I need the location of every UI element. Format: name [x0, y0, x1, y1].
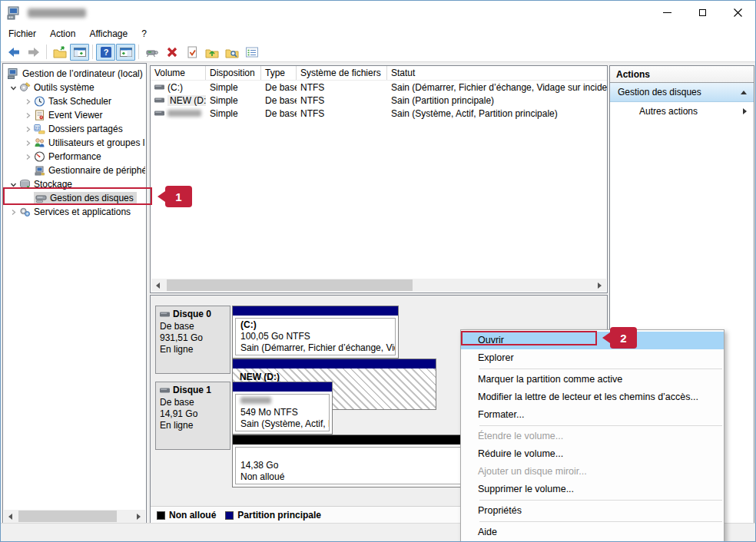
tree-item-outils-systeme[interactable]: Outils système	[4, 81, 145, 94]
tree-item-label: Gestion de l’ordinateur (local)	[22, 68, 143, 79]
up-folder-button[interactable]	[202, 44, 221, 61]
partition-status: Sain (Système, Actif, P	[240, 418, 324, 430]
tree-item-computer-management[interactable]: Gestion de l’ordinateur (local)	[4, 67, 145, 81]
volume-list-horizontal-scrollbar[interactable]	[151, 279, 606, 292]
tree-item-task-scheduler[interactable]: Task Scheduler	[4, 94, 145, 108]
collapse-icon[interactable]	[741, 91, 747, 94]
find-button[interactable]	[222, 44, 241, 61]
chevron-collapsed-icon[interactable]	[8, 207, 19, 217]
submenu-arrow-icon	[743, 108, 747, 114]
back-button[interactable]	[4, 44, 23, 61]
partition-color-strip	[233, 382, 332, 392]
column-header-volume[interactable]: Volume	[151, 66, 206, 80]
context-menu-supprimer-volume[interactable]: Supprimer le volume...	[461, 481, 724, 498]
volume-row-redacted[interactable]: Simple De base NTFS Sain (Système, Actif…	[151, 107, 607, 120]
chevron-collapsed-icon[interactable]	[22, 96, 34, 107]
partition-c[interactable]: (C:) 100,05 Go NTFS Sain (Démarrer, Fich…	[232, 306, 399, 359]
check-document-button[interactable]	[182, 44, 201, 61]
partition-color-strip	[233, 359, 436, 368]
window-title-redacted	[28, 8, 86, 18]
scrollbar-thumb[interactable]	[167, 279, 413, 291]
system-tools-icon	[19, 82, 31, 93]
column-header-type[interactable]: Type	[261, 66, 297, 80]
toolbar-separator	[138, 45, 139, 59]
export-list-button[interactable]	[50, 44, 69, 61]
titlebar	[1, 1, 755, 25]
forward-button[interactable]	[24, 44, 43, 61]
actions-group-gestion-des-disques[interactable]: Gestion des disques	[610, 83, 754, 102]
disk-name: Disque 1	[173, 385, 211, 395]
context-menu-marquer-active[interactable]: Marquer la partition comme active	[461, 371, 724, 388]
context-menu-reduire-volume[interactable]: Réduire le volume...	[461, 445, 724, 463]
context-menu-explorer[interactable]: Explorer	[461, 349, 724, 367]
volume-list-panel: Volume Disposition Type Système de fichi…	[150, 65, 608, 293]
computer-icon	[8, 68, 19, 79]
remote-console-button[interactable]	[142, 44, 161, 61]
menu-separator	[479, 521, 722, 522]
show-action-pane-button[interactable]	[116, 44, 135, 61]
check-document-icon	[185, 45, 199, 59]
menu-affichage[interactable]: Affichage	[82, 26, 134, 41]
chevron-collapsed-icon[interactable]	[22, 137, 34, 148]
menu-fichier[interactable]: Fichier	[2, 26, 43, 41]
volume-fs: NTFS	[297, 107, 387, 120]
close-icon	[734, 8, 742, 17]
chevron-collapsed-icon[interactable]	[22, 124, 34, 134]
legend-primary-partition: Partition principale	[225, 510, 321, 521]
legend-swatch-primary	[225, 511, 234, 520]
volume-name: (C:)	[167, 82, 183, 93]
tree-item-dossiers-partages[interactable]: 22 Dossiers partagés	[4, 122, 145, 136]
delete-button[interactable]	[162, 44, 181, 61]
actions-item-autres-actions[interactable]: Autres actions	[610, 102, 754, 121]
toolbar-separator	[92, 45, 93, 59]
show-console-tree-button[interactable]	[70, 44, 89, 61]
scroll-right-icon[interactable]	[593, 279, 606, 292]
disk-name: Disque 0	[173, 309, 211, 319]
volume-row-new-d[interactable]: NEW (D:) Simple De base NTFS Sain (Parti…	[151, 94, 607, 107]
chevron-collapsed-icon[interactable]	[22, 151, 34, 162]
disk-1-info-card[interactable]: Disque 1 De base 14,91 Go En ligne	[155, 382, 230, 450]
column-header-disposition[interactable]: Disposition	[206, 66, 261, 80]
annotation-badge-2: 2	[602, 327, 637, 349]
context-menu-aide[interactable]: Aide	[461, 524, 724, 541]
context-menu-etendre-volume: Étendre le volume...	[461, 428, 724, 445]
tree-item-gestionnaire-peripheriques[interactable]: Gestionnaire de périphé	[4, 164, 145, 177]
close-button[interactable]	[720, 1, 755, 25]
minimize-button[interactable]	[649, 1, 685, 25]
chevron-collapsed-icon[interactable]	[22, 110, 34, 121]
annotation-box-step1	[3, 187, 152, 205]
toolbar: ?	[1, 42, 755, 62]
partition-system-redacted[interactable]: 549 Mo NTFS Sain (Système, Actif, P	[232, 382, 333, 435]
scrollbar-thumb[interactable]	[18, 511, 117, 522]
column-header-fs[interactable]: Système de fichiers	[297, 66, 387, 80]
volume-row-c[interactable]: (C:) Simple De base NTFS Sain (Démarrer,…	[151, 81, 607, 94]
properties-list-button[interactable]	[242, 44, 261, 61]
column-header-statut[interactable]: Statut	[387, 66, 607, 80]
partition-size: 100,05 Go NTFS	[240, 331, 390, 342]
tree-item-utilisateurs-groupes[interactable]: Utilisateurs et groupes l	[4, 136, 145, 150]
tree-item-services-applications[interactable]: Services et applications	[4, 205, 145, 219]
disk-0-info-card[interactable]: Disque 0 De base 931,51 Go En ligne	[155, 306, 230, 374]
console-tree: Gestion de l’ordinateur (local) Outils s…	[4, 64, 145, 510]
help-button[interactable]: ?	[96, 44, 115, 61]
chevron-expanded-icon[interactable]	[8, 82, 19, 93]
volume-statut: Sain (Partition principale)	[387, 94, 607, 107]
scroll-left-icon[interactable]	[151, 279, 164, 292]
tree-item-performance[interactable]: Performance	[4, 150, 145, 164]
performance-icon	[34, 151, 45, 162]
annotation-box-step2	[461, 331, 597, 345]
maximize-button[interactable]	[685, 1, 720, 25]
context-menu-proprietes[interactable]: Propriétés	[461, 502, 724, 520]
scroll-right-icon[interactable]	[132, 510, 145, 523]
partition-context-menu: Ouvrir Explorer Marquer la partition com…	[460, 329, 724, 542]
volume-type: De base	[261, 107, 297, 120]
context-menu-formater[interactable]: Formater...	[461, 406, 724, 424]
menu-action[interactable]: Action	[43, 26, 82, 41]
legend-label: Non alloué	[169, 510, 216, 521]
drive-icon	[154, 84, 164, 90]
menu-help[interactable]: ?	[134, 26, 154, 41]
context-menu-modifier-lettre[interactable]: Modifier la lettre de lecteur et les che…	[461, 388, 724, 406]
scroll-left-icon[interactable]	[4, 510, 17, 523]
tree-item-event-viewer[interactable]: Event Viewer	[4, 108, 145, 122]
tree-horizontal-scrollbar[interactable]	[4, 510, 145, 523]
